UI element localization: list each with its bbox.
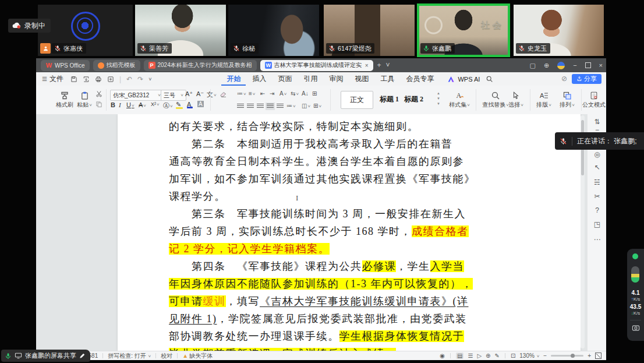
decrease-indent-icon[interactable]: ⇤ [260,90,265,97]
read-mode-icon[interactable]: ▷ [477,353,482,359]
font-name-select[interactable]: 仿宋_GB2312˅ [110,90,164,101]
spell-check-status[interactable]: 拼写检查: 打开 ˅ [108,352,151,360]
align-right-icon[interactable] [257,104,264,109]
proofread-button[interactable]: 校对 [161,352,172,360]
help-icon[interactable]: ? [588,206,606,214]
export-icon[interactable] [83,76,90,83]
more-icon[interactable]: ⋯ [588,235,606,244]
menu-item-审阅[interactable]: 审阅 [324,73,348,85]
zoom-slider[interactable] [551,355,583,357]
missing-font-label[interactable]: 缺失字体 [189,352,213,360]
font-size-select[interactable]: 三号˅ [161,90,186,101]
globe-icon[interactable]: ⊕ [544,62,549,69]
superscript-icon[interactable]: X²˅ [151,101,160,107]
italic-button[interactable]: I [119,101,121,108]
file-menu[interactable]: ☰ 文件 [42,74,63,84]
skin-icon[interactable]: ◳ [588,220,606,228]
font-color-icon[interactable]: A [187,101,193,108]
clear-format-icon[interactable] [220,90,227,98]
minimize-button[interactable]: − [573,62,576,69]
zoom-out-button[interactable]: − [543,353,547,359]
numbered-list-icon[interactable]: ≡˅ [249,90,256,97]
strikethrough-icon[interactable]: A˅ [139,101,146,108]
cut-icon[interactable] [95,90,102,97]
official-doc-mode-button[interactable]: 公文模式 [582,89,606,109]
zoom-slider-thumb[interactable] [571,354,575,358]
page-view-icon[interactable]: ▤ [456,353,463,359]
zoom-in-button[interactable]: + [588,353,591,359]
participant-tile[interactable]: 6147梁煜尧 [324,5,415,56]
navigate-icon[interactable]: ◎ [588,150,606,158]
menu-item-开始[interactable]: 开始 [221,73,246,86]
tab-list-button[interactable]: ˅ [386,61,390,69]
fullscreen-icon[interactable] [595,353,601,359]
wps-tab[interactable]: P2024本科新生入学行为规范及教务相 [144,60,257,71]
copy-icon[interactable] [95,101,102,108]
preview-icon[interactable] [107,76,114,83]
decrease-font-icon[interactable]: A⁻ [196,90,204,98]
char-shading-icon[interactable]: A [197,101,204,107]
search-icon[interactable] [486,75,493,83]
zoom-level[interactable]: 130% ˅ [519,353,539,359]
account-avatar[interactable] [557,62,565,69]
arrange-button[interactable]: 排列˅ [557,89,578,109]
style-set-button[interactable]: A 样式集˅ [447,89,472,109]
typeset-button[interactable]: A 排版˅ [533,89,554,109]
show-marks-icon[interactable]: ⊞ [312,90,317,97]
fit-page-icon[interactable]: ⊡ [511,353,515,359]
participant-tile[interactable]: 史龙玉 [514,5,604,56]
align-left-icon[interactable] [237,104,244,109]
indent-swap-icon[interactable]: ⇆˅ [291,90,299,97]
vertical-scrollbar[interactable] [581,115,585,348]
efficiency-icon[interactable]: ⊘ [561,75,567,83]
restore-button[interactable] [585,62,591,68]
edit-mode-icon[interactable]: ✎ [495,353,500,359]
annotate-pencil-icon[interactable] [79,353,86,359]
close-button[interactable]: × [599,62,603,69]
highlight-color-icon[interactable]: ✎ [176,101,183,109]
web-view-icon[interactable]: ⊕ [486,353,490,359]
layout-mode-icon[interactable]: ▢ [530,62,536,69]
document-page[interactable]: 的有关要求，结合学校实际，特制定本实施细则。 第二条 本细则适用于我校高考录取入… [118,114,581,351]
participant-tile[interactable]: 张惠侠 [38,5,133,56]
line-spacing-icon[interactable]: ≔˅ [286,103,296,109]
new-tab-button[interactable]: + [377,61,381,69]
print-icon[interactable] [95,76,102,83]
wps-tab[interactable]: W吉林大学军事技能训练成绩评定实× [260,60,373,71]
menu-item-视图[interactable]: 视图 [349,73,374,85]
menu-item-插入[interactable]: 插入 [247,73,271,85]
underline-button[interactable]: U˅ [126,101,135,108]
camera-icon[interactable] [632,325,640,332]
wps-tab[interactable]: WWPS Office [41,60,90,71]
scroll-arrows-icon[interactable]: ⇅ [588,118,606,126]
save-icon[interactable] [70,76,77,83]
participant-tile[interactable]: 社会张鑫鹏 [418,5,509,56]
bold-button[interactable]: B [111,101,115,108]
style-normal[interactable]: 正文 [341,91,373,109]
text-direction-icon[interactable]: A˅ [279,90,286,97]
redo-icon[interactable]: ↷ [137,75,143,83]
shading-icon[interactable]: ◫˅ [302,103,310,109]
align-justify-icon[interactable] [267,104,274,109]
menu-item-页面[interactable]: 页面 [273,73,297,85]
tools-icon[interactable]: ✂ [588,192,606,200]
align-distribute-icon[interactable] [277,104,284,109]
eye-protect-icon[interactable]: ◉ [440,353,445,359]
close-tab-icon[interactable]: × [365,62,369,69]
menu-item-会员专享[interactable]: 会员专享 [401,73,439,85]
style-scroll-arrows[interactable]: ▴▾▾ [436,90,441,106]
menu-item-工具[interactable]: 工具 [375,73,399,85]
increase-indent-icon[interactable]: ⇥ [270,90,274,97]
menu-item-引用[interactable]: 引用 [298,73,323,85]
style-heading2[interactable]: 标题 2 [404,91,423,108]
wps-tab[interactable]: 找稻壳模板 [93,60,140,71]
undo-icon[interactable]: ↶ [126,75,132,83]
sort-icon[interactable]: A↓ [302,90,309,97]
qat-caret-icon[interactable]: ˅ [148,76,151,82]
select-tool-icon[interactable]: ↖ [588,163,606,171]
adjust-icon[interactable]: ☵ [588,178,606,186]
participant-tile[interactable]: 徐秘 [228,5,319,56]
bullet-list-icon[interactable]: ≔˅ [237,90,246,97]
share-button[interactable]: 分享 [572,74,601,84]
align-center-icon[interactable] [247,104,254,109]
